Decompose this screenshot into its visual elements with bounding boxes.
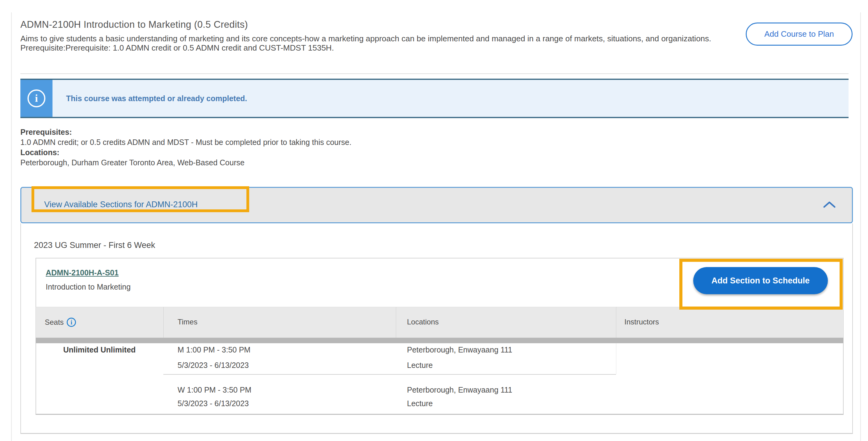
meeting-2-dates: 5/3/2023 - 6/13/2023: [178, 399, 249, 408]
prerequisites-label: Prerequisites:: [20, 127, 351, 137]
course-details: Prerequisites: 1.0 ADMN credit; or 0.5 c…: [20, 127, 351, 168]
notice-message: This course was attempted or already com…: [66, 94, 247, 103]
course-description-line-1: Aims to give students a basic understand…: [20, 34, 851, 43]
meeting-1-dates: 5/3/2023 - 6/13/2023: [178, 361, 249, 370]
column-divider: [616, 307, 616, 338]
card-right-border: [860, 12, 861, 441]
meeting-2-type: Lecture: [407, 399, 433, 408]
times-column-header: Times: [178, 318, 197, 326]
notice-icon-box: i: [20, 80, 53, 117]
chevron-up-icon: [823, 201, 836, 209]
page-title: ADMN-2100H Introduction to Marketing (0.…: [20, 19, 248, 30]
view-available-sections-label: View Available Sections for ADMN-2100H: [44, 200, 197, 209]
seats-column-header: Seats i: [45, 318, 76, 327]
row-column-divider: [616, 343, 616, 374]
term-heading: 2023 UG Summer - First 6 Week: [34, 241, 155, 250]
course-description: Aims to give students a basic understand…: [20, 34, 851, 53]
course-detail-page: ADMN-2100H Introduction to Marketing (0.…: [0, 0, 868, 441]
meeting-2-location: Peterborough, Enwayaang 111: [407, 385, 512, 395]
seats-info-icon[interactable]: i: [67, 318, 76, 327]
section-table-header: [36, 307, 843, 338]
locations-column-header: Locations: [407, 318, 439, 326]
info-icon: i: [28, 90, 45, 107]
view-available-sections-toggle[interactable]: View Available Sections for ADMN-2100H: [20, 187, 853, 223]
seats-value: Unlimited Unlimited: [35, 345, 163, 354]
meeting-2-time: W 1:00 PM - 3:50 PM: [178, 385, 251, 395]
course-description-line-2: Prerequisite:Prerequisite: 1.0 ADMN cred…: [20, 43, 851, 53]
prerequisites-value: 1.0 ADMN credit; or 0.5 credits ADMN and…: [20, 137, 351, 147]
table-horizontal-scrollbar[interactable]: [36, 338, 843, 343]
column-divider: [396, 307, 396, 338]
locations-value: Peterborough, Durham Greater Toronto Are…: [20, 158, 351, 168]
section-title: Introduction to Marketing: [46, 282, 131, 292]
section-code-link[interactable]: ADMN-2100H-A-S01: [46, 268, 119, 277]
add-section-to-schedule-button[interactable]: Add Section to Schedule: [693, 267, 828, 294]
instructors-column-header: Instructors: [624, 318, 659, 326]
meeting-row-divider: [163, 374, 616, 375]
meeting-1-location: Peterborough, Enwayaang 111: [407, 345, 512, 354]
header-divider: [20, 73, 848, 74]
locations-label: Locations:: [20, 147, 351, 158]
column-divider: [163, 307, 164, 338]
meeting-1-time: M 1:00 PM - 3:50 PM: [178, 345, 250, 354]
meeting-1-type: Lecture: [407, 361, 433, 370]
card-left-border: [11, 12, 12, 441]
course-status-notice: i This course was attempted or already c…: [20, 79, 848, 118]
